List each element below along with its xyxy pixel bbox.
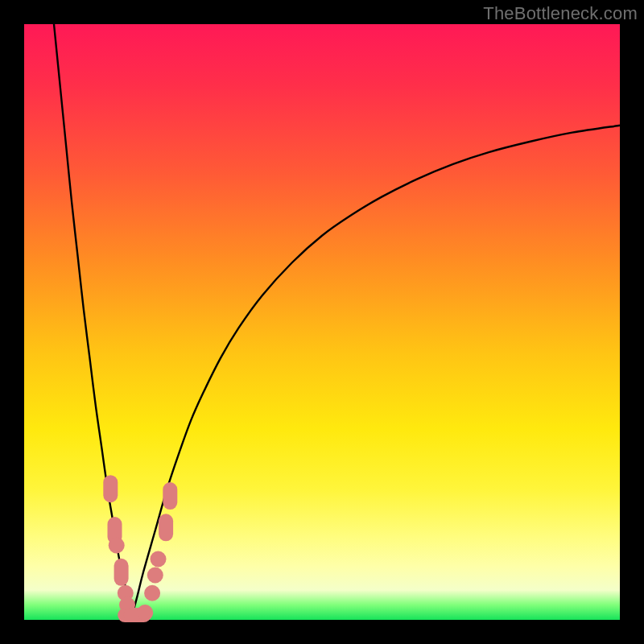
- watermark-text: TheBottleneck.com: [483, 3, 638, 24]
- data-marker: [103, 475, 118, 502]
- data-marker: [159, 514, 173, 541]
- chart-frame: TheBottleneck.com: [0, 0, 644, 644]
- right-branch-curve: [131, 126, 620, 618]
- data-marker: [137, 605, 153, 621]
- data-marker: [144, 585, 160, 601]
- chart-svg: [24, 24, 620, 620]
- marker-layer: [103, 475, 177, 622]
- data-marker: [151, 551, 167, 568]
- data-marker: [147, 568, 163, 584]
- data-marker: [114, 559, 129, 586]
- data-marker: [109, 538, 125, 554]
- plot-area: [24, 24, 620, 620]
- data-marker: [163, 482, 177, 510]
